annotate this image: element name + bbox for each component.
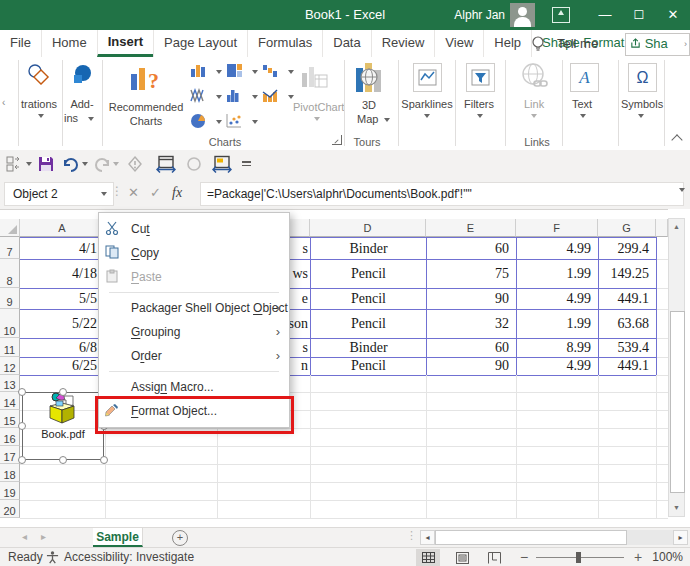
- zoom-level[interactable]: 100%: [652, 548, 683, 566]
- undo-icon[interactable]: [62, 155, 79, 173]
- cell-E19[interactable]: [426, 482, 517, 501]
- resize-handle[interactable]: [18, 456, 26, 464]
- resize-handle[interactable]: [18, 388, 26, 396]
- row-header-8[interactable]: 8: [0, 259, 20, 288]
- cell-H7[interactable]: [656, 237, 668, 260]
- cell-H13[interactable]: [656, 375, 668, 393]
- cell-D16[interactable]: [310, 428, 427, 447]
- symbols-button[interactable]: Ω: [628, 63, 657, 92]
- cell-D13[interactable]: [310, 375, 427, 393]
- cell-A19[interactable]: [20, 482, 106, 501]
- insert-function-icon[interactable]: fx: [172, 182, 182, 204]
- charts-dialog-launcher-icon[interactable]: [332, 135, 342, 145]
- row-header-13[interactable]: 13: [0, 375, 20, 392]
- cell-D10[interactable]: Pencil: [310, 309, 427, 339]
- cell-D18[interactable]: [310, 464, 427, 483]
- cell-G15[interactable]: [598, 410, 657, 429]
- tab-scroll-splitter[interactable]: ⋮: [406, 529, 417, 542]
- ribbon-display-options-icon[interactable]: [552, 7, 570, 23]
- tab-review[interactable]: Review: [371, 30, 435, 57]
- cell-D11[interactable]: Binder: [310, 338, 427, 358]
- add-sheet-icon[interactable]: +: [172, 530, 188, 546]
- cell-C20[interactable]: [217, 500, 311, 519]
- share-expand-chevron[interactable]: ›: [684, 33, 690, 56]
- row-header-12[interactable]: 12: [0, 357, 20, 375]
- column-header-H[interactable]: [656, 219, 668, 237]
- normal-view-button[interactable]: [416, 549, 440, 566]
- scroll-up-icon[interactable]: ▲: [669, 219, 684, 235]
- cell-C17[interactable]: [217, 446, 311, 465]
- cell-F16[interactable]: [516, 428, 599, 447]
- tell-me-lightbulb-icon[interactable]: [530, 35, 546, 53]
- row-header-16[interactable]: 16: [0, 428, 20, 446]
- cell-D14[interactable]: [310, 392, 427, 411]
- cell-H17[interactable]: [656, 446, 668, 465]
- cell-D8[interactable]: Pencil: [310, 259, 427, 289]
- link-button[interactable]: [518, 61, 550, 97]
- tab-file[interactable]: File: [0, 30, 41, 57]
- accessibility-icon[interactable]: [46, 551, 59, 564]
- cell-F13[interactable]: [516, 375, 599, 393]
- column-header-D[interactable]: D: [310, 219, 426, 237]
- cell-H9[interactable]: [656, 288, 668, 310]
- waterfall-chart-dropdown-icon[interactable]: [288, 70, 294, 74]
- tab-data[interactable]: Data: [322, 30, 370, 57]
- user-name[interactable]: Alphr Jan: [454, 0, 505, 30]
- cell-F18[interactable]: [516, 464, 599, 483]
- cell-F20[interactable]: [516, 500, 599, 519]
- cell-E8[interactable]: 75: [426, 259, 517, 289]
- cell-E12[interactable]: 90: [426, 357, 517, 376]
- illustrations-label[interactable]: trations: [21, 98, 57, 110]
- radar-chart-button[interactable]: [190, 88, 222, 106]
- tab-help[interactable]: Help: [483, 30, 531, 57]
- resize-handle[interactable]: [59, 388, 67, 396]
- tab-page-layout[interactable]: Page Layout: [153, 30, 247, 57]
- histogram-chart-button[interactable]: [226, 88, 258, 106]
- cell-H10[interactable]: [656, 309, 668, 339]
- cell-A12[interactable]: 6/25: [20, 357, 106, 376]
- minimize-button[interactable]: —: [588, 0, 622, 30]
- name-box-dropdown-icon[interactable]: [101, 192, 107, 196]
- cell-B20[interactable]: [105, 500, 218, 519]
- cell-H19[interactable]: [656, 482, 668, 501]
- cell-H20[interactable]: [656, 500, 668, 519]
- menu-item-cut[interactable]: Cut: [99, 217, 289, 241]
- user-avatar[interactable]: [510, 3, 535, 27]
- cell-F15[interactable]: [516, 410, 599, 429]
- touch-mouse-mode-icon[interactable]: [5, 155, 25, 173]
- recommended-charts-button[interactable]: ?: [128, 62, 162, 100]
- cell-G11[interactable]: 539.4: [598, 338, 657, 358]
- ribbon-scroll-left-icon[interactable]: ‹: [2, 97, 5, 108]
- menu-item-copy[interactable]: Copy: [99, 241, 289, 265]
- cell-B18[interactable]: [105, 464, 218, 483]
- row-header-20[interactable]: 20: [0, 500, 20, 518]
- cell-A20[interactable]: [20, 500, 106, 519]
- cell-A10[interactable]: 5/22: [20, 309, 106, 339]
- cell-C19[interactable]: [217, 482, 311, 501]
- radar-chart-dropdown-icon[interactable]: [216, 95, 222, 99]
- cell-F8[interactable]: 1.99: [516, 259, 599, 289]
- cell-F7[interactable]: 4.99: [516, 237, 599, 260]
- customize-qat-icon[interactable]: [242, 161, 251, 166]
- share-button[interactable]: Sha: [625, 33, 690, 56]
- accessibility-status[interactable]: Accessibility: Investigate: [64, 548, 194, 566]
- cell-D7[interactable]: Binder: [310, 237, 427, 260]
- zoom-in-button[interactable]: +: [634, 548, 642, 566]
- tell-me-label[interactable]: Tell me: [557, 30, 598, 57]
- column-chart-button[interactable]: [190, 63, 222, 81]
- combo-chart-dropdown-icon[interactable]: [288, 95, 294, 99]
- scroll-left-icon[interactable]: ◂: [420, 530, 435, 545]
- waterfall-chart-button[interactable]: [262, 63, 294, 81]
- cell-A7[interactable]: 4/1: [20, 237, 106, 260]
- row-header-10[interactable]: 10: [0, 309, 20, 338]
- cell-G16[interactable]: [598, 428, 657, 447]
- scatter-chart-button[interactable]: [226, 113, 258, 131]
- cell-A11[interactable]: 6/8: [20, 338, 106, 358]
- row-header-17[interactable]: 17: [0, 446, 20, 464]
- cell-A8[interactable]: 4/18: [20, 259, 106, 289]
- embedded-object-book-pdf[interactable]: Book.pdf: [20, 390, 106, 462]
- cell-D15[interactable]: [310, 410, 427, 429]
- cell-F19[interactable]: [516, 482, 599, 501]
- column-header-E[interactable]: E: [426, 219, 516, 237]
- cell-G8[interactable]: 149.25: [598, 259, 657, 289]
